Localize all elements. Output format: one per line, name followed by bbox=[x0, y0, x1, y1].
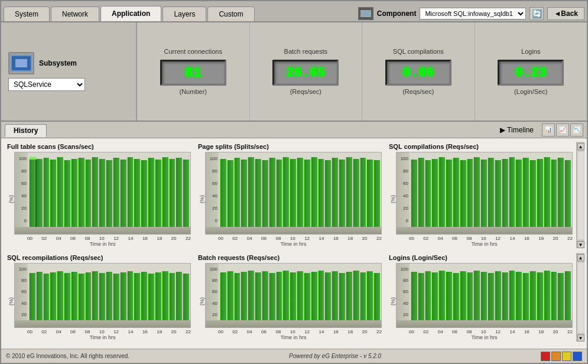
refresh-icon[interactable]: 🔄 bbox=[529, 7, 544, 20]
component-select[interactable]: Microsoft SQL:infoway_sqldb1 bbox=[420, 8, 526, 20]
status-icon-orange bbox=[551, 352, 561, 361]
chart-ylabel-full-table: (%) bbox=[7, 152, 14, 247]
metric-display-connections: 81 bbox=[160, 60, 226, 86]
metric-label-connections: Current connections bbox=[164, 48, 222, 55]
metric-display-batch: 26.65 bbox=[272, 60, 339, 86]
chart-title-page-splits: Page splits (Splits/sec) bbox=[198, 143, 382, 150]
component-label: Component bbox=[377, 9, 417, 18]
chart-sql-compilations: SQL compilations (Reqs/sec) (%) 10080604… bbox=[385, 142, 576, 248]
status-icon-blue bbox=[573, 352, 582, 361]
metric-sql-compilations: SQL compilations 0.86 (Reqs/sec) bbox=[362, 22, 475, 121]
metric-value-sql: 0.86 bbox=[402, 66, 434, 80]
metric-label-logins: Logins bbox=[521, 48, 540, 55]
metric-unit-batch: (Reqs/sec) bbox=[290, 88, 321, 95]
back-button[interactable]: ◄Back bbox=[547, 7, 584, 20]
tab-network[interactable]: Network bbox=[51, 6, 99, 21]
metric-value-connections: 81 bbox=[184, 65, 202, 81]
chart-xlabel-sql-recomp: Time in hrs bbox=[14, 334, 191, 340]
footer-powered-by: Powered by eG Enterprise - v 5.2.0 bbox=[289, 353, 381, 359]
metric-display-logins: 0.23 bbox=[498, 60, 564, 86]
metric-current-connections: Current connections 81 (Number) bbox=[137, 22, 250, 121]
screen-icon bbox=[358, 7, 373, 20]
chart-ylabel-sql-comp: (%) bbox=[389, 152, 396, 247]
tab-layers[interactable]: Layers bbox=[163, 6, 206, 21]
subsystem-icon bbox=[8, 52, 34, 74]
chart-full-table-scans: Full table scans (Scans/sec) (%) 1008060… bbox=[4, 142, 194, 248]
chart-title-full-table: Full table scans (Scans/sec) bbox=[7, 143, 191, 150]
footer-copyright: © 2010 eG Innovations, Inc. All rights r… bbox=[6, 353, 129, 359]
chart-xlabel-page-splits: Time in hrs bbox=[205, 241, 382, 247]
chart-ylabel-logins: (%) bbox=[389, 263, 396, 340]
metric-label-batch: Batch requests bbox=[284, 48, 327, 55]
chart-xlabel-full-table: Time in hrs bbox=[14, 241, 191, 247]
tab-system[interactable]: System bbox=[4, 6, 50, 21]
metric-value-logins: 0.23 bbox=[515, 66, 547, 80]
chart-ylabel-sql-recomp: (%) bbox=[7, 263, 14, 340]
chart-title-sql-comp: SQL compilations (Reqs/sec) bbox=[389, 143, 573, 150]
chart-title-sql-recomp: SQL recompilations (Reqs/sec) bbox=[7, 254, 191, 261]
subsystem-label: Subsystem bbox=[39, 59, 77, 67]
chart-sql-recompilations: SQL recompilations (Reqs/sec) (%) 100806… bbox=[4, 253, 194, 342]
metric-batch-requests: Batch requests 26.65 (Reqs/sec) bbox=[250, 22, 363, 121]
chart-title-logins: Logins (Login/Sec) bbox=[389, 254, 573, 261]
tab-custom[interactable]: Custom bbox=[207, 6, 254, 21]
metric-label-sql: SQL compilations bbox=[393, 48, 444, 55]
footer: © 2010 eG Innovations, Inc. All rights r… bbox=[1, 349, 587, 363]
chart-title-batch-req: Batch requests (Reqs/sec) bbox=[198, 254, 382, 261]
chart-icon-1[interactable]: 📊 bbox=[542, 124, 555, 136]
subsystem-select[interactable]: SQLService bbox=[8, 78, 85, 91]
metric-logins: Logins 0.23 (Login/Sec) bbox=[475, 22, 587, 121]
chart-icon-3[interactable]: 📉 bbox=[570, 124, 583, 136]
status-icon-yellow bbox=[562, 352, 571, 361]
metric-unit-logins: (Login/Sec) bbox=[514, 88, 547, 95]
status-icon-red bbox=[541, 352, 550, 361]
chart-logins: Logins (Login/Sec) (%) 10080604020 bbox=[385, 253, 576, 342]
metric-display-sql: 0.86 bbox=[385, 60, 451, 86]
timeline-button[interactable]: ▶ Timeline bbox=[495, 125, 538, 135]
chart-xlabel-batch-req: Time in hrs bbox=[205, 334, 382, 340]
history-tab[interactable]: History bbox=[5, 124, 47, 137]
chart-batch-requests: Batch requests (Reqs/sec) (%) 1008060402… bbox=[194, 253, 385, 342]
metric-value-batch: 26.65 bbox=[286, 66, 325, 80]
chart-xlabel-logins: Time in hrs bbox=[396, 334, 573, 340]
chart-ylabel-page-splits: (%) bbox=[198, 152, 205, 247]
chart-xlabel-sql-comp: Time in hrs bbox=[396, 241, 573, 247]
chart-ylabel-batch-req: (%) bbox=[198, 263, 205, 340]
chart-icon-2[interactable]: 📈 bbox=[556, 124, 569, 136]
metric-unit-connections: (Number) bbox=[180, 88, 207, 95]
metric-unit-sql: (Reqs/sec) bbox=[402, 88, 434, 95]
tab-application[interactable]: Application bbox=[100, 6, 161, 21]
chart-page-splits: Page splits (Splits/sec) (%) 10080604020… bbox=[194, 142, 385, 248]
